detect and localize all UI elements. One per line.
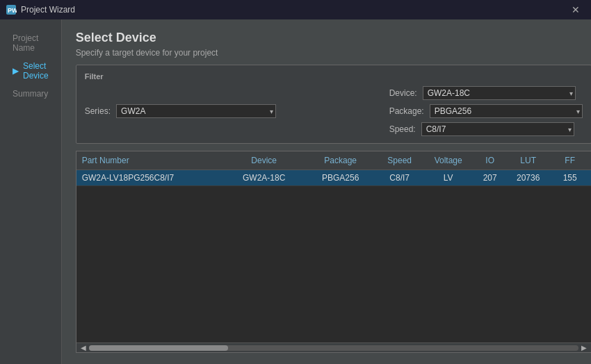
cell-speed: C8/I7 <box>375 170 424 185</box>
cell-device: GW2A-18C <box>222 170 306 185</box>
package-select[interactable]: PBGA256 QFN48 PBGA484 <box>430 104 583 118</box>
filter-box: Filter Series: GW2A GW1N GW1NR GW2AR <box>76 65 591 144</box>
arrow-icon: ▶ <box>13 66 19 76</box>
scrollbar-thumb[interactable] <box>89 345 228 351</box>
cell-ff: 155 <box>549 170 591 185</box>
cell-voltage: LV <box>424 170 473 185</box>
page-subtitle: Specify a target device for your project <box>76 48 591 58</box>
col-lut: LUT <box>508 154 549 167</box>
series-select-wrapper: GW2A GW1N GW1NR GW2AR <box>116 104 276 118</box>
col-io: IO <box>473 154 508 167</box>
select-device-label: Select Device <box>23 61 49 81</box>
speed-label: Speed: <box>389 124 416 134</box>
window-title: Project Wizard <box>21 5 566 15</box>
device-table: Part Number Device Package Speed Voltage… <box>76 151 591 353</box>
speed-select[interactable]: C8/I7 C6/I5 <box>421 122 574 136</box>
project-name-label: Project Name <box>13 33 49 53</box>
col-device: Device <box>222 154 306 167</box>
right-filters: Device: GW2A-18C GW2A-55C Package: <box>389 86 583 136</box>
main-container: Project Name ▶ Select Device Summary Sel… <box>0 19 591 364</box>
series-field: Series: GW2A GW1N GW1NR GW2AR <box>85 104 276 118</box>
close-button[interactable]: ✕ <box>566 0 585 19</box>
scroll-left-arrow[interactable]: ◀ <box>78 344 89 351</box>
svg-text:PW: PW <box>8 7 17 14</box>
title-bar: PW Project Wizard ✕ <box>0 0 591 19</box>
device-select-wrapper: GW2A-18C GW2A-55C <box>423 86 576 100</box>
table-row[interactable]: GW2A-LV18PG256C8/I7 GW2A-18C PBGA256 C8/… <box>76 170 591 186</box>
cell-io: 207 <box>473 170 508 185</box>
scroll-right-arrow[interactable]: ▶ <box>578 344 590 351</box>
sidebar-item-select-device[interactable]: ▶ Select Device <box>7 58 54 83</box>
table-header: Part Number Device Package Speed Voltage… <box>76 151 591 170</box>
col-ff: FF <box>549 154 591 167</box>
series-label: Series: <box>85 106 111 116</box>
col-voltage: Voltage <box>424 154 473 167</box>
package-field: Package: PBGA256 QFN48 PBGA484 <box>389 104 583 118</box>
content-area: Select Device Specify a target device fo… <box>62 19 591 364</box>
app-icon: PW <box>6 4 17 15</box>
package-label: Package: <box>389 106 424 116</box>
device-field: Device: GW2A-18C GW2A-55C <box>389 86 583 100</box>
cell-part-number: GW2A-LV18PG256C8/I7 <box>76 170 222 185</box>
device-select[interactable]: GW2A-18C GW2A-55C <box>423 86 576 100</box>
col-speed: Speed <box>375 154 424 167</box>
sidebar-item-summary[interactable]: Summary <box>7 86 54 101</box>
col-part-number: Part Number <box>76 154 222 167</box>
sidebar-item-project-name[interactable]: Project Name <box>7 31 54 56</box>
package-select-wrapper: PBGA256 QFN48 PBGA484 <box>430 104 583 118</box>
speed-field: Speed: C8/I7 C6/I5 <box>389 122 583 136</box>
scrollbar-track[interactable] <box>89 345 578 351</box>
col-package: Package <box>306 154 375 167</box>
filter-row: Series: GW2A GW1N GW1NR GW2AR De <box>85 86 583 136</box>
summary-label: Summary <box>13 89 48 99</box>
table-body: GW2A-LV18PG256C8/I7 GW2A-18C PBGA256 C8/… <box>76 170 591 342</box>
page-title: Select Device <box>76 31 591 45</box>
sidebar: Project Name ▶ Select Device Summary <box>0 19 62 364</box>
series-select[interactable]: GW2A GW1N GW1NR GW2AR <box>116 104 276 118</box>
cell-lut: 20736 <box>508 170 549 185</box>
horizontal-scrollbar[interactable]: ◀ ▶ <box>76 342 591 352</box>
device-label: Device: <box>389 88 417 98</box>
cell-package: PBGA256 <box>306 170 375 185</box>
filter-label: Filter <box>85 72 583 81</box>
speed-select-wrapper: C8/I7 C6/I5 <box>421 122 574 136</box>
